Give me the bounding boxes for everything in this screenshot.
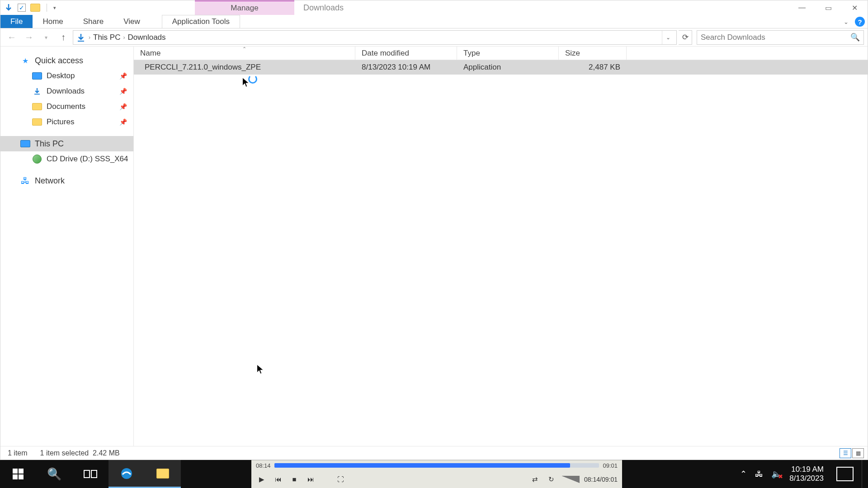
task-view-button[interactable]: [72, 460, 108, 488]
help-icon[interactable]: ?: [855, 17, 865, 27]
nav-label: Network: [35, 176, 65, 186]
nav-desktop[interactable]: Desktop 📌: [0, 68, 133, 84]
stop-button[interactable]: ■: [288, 474, 300, 485]
tray-overflow-icon[interactable]: ⌃: [740, 469, 747, 479]
tray-network-icon[interactable]: 🖧: [755, 469, 763, 479]
close-button[interactable]: ✕: [841, 0, 868, 15]
system-tray: ⌃ 🖧 🔈✖ 10:19 AM 8/13/2023: [740, 460, 868, 488]
nav-label: Pictures: [47, 117, 74, 127]
breadcrumb-sep-icon[interactable]: ›: [123, 34, 125, 41]
seek-progress: [274, 463, 570, 468]
taskbar-clock[interactable]: 10:19 AM 8/13/2023: [789, 465, 824, 483]
clock-time: 10:19 AM: [789, 465, 824, 474]
network-icon: 🖧: [20, 177, 30, 185]
breadcrumb-sep-icon[interactable]: ›: [89, 34, 90, 41]
search-button[interactable]: 🔍: [36, 460, 72, 488]
desktop-icon: [32, 72, 42, 80]
qat-dropdown-icon[interactable]: [4, 3, 13, 13]
ribbon-tabs: File Home Share View Application Tools ⌄…: [0, 15, 868, 28]
column-date[interactable]: Date modified: [355, 47, 457, 60]
tab-application-tools[interactable]: Application Tools: [162, 15, 240, 28]
ribbon-collapse-icon[interactable]: ⌄: [844, 19, 849, 25]
fullscreen-button[interactable]: ⛶: [335, 474, 346, 485]
star-icon: ★: [20, 56, 30, 65]
nav-pictures[interactable]: Pictures 📌: [0, 114, 133, 130]
svg-rect-7: [91, 470, 97, 478]
column-headers: ⌃ Name Date modified Type Size: [134, 47, 868, 60]
nav-quick-access[interactable]: ★ Quick access: [0, 53, 133, 68]
nav-label: Downloads: [47, 87, 85, 96]
view-toggle-group: ☰ ▦: [840, 448, 864, 458]
pin-icon: 📌: [119, 72, 127, 80]
status-selection: 1 item selected 2.42 MB: [40, 449, 120, 457]
start-button[interactable]: [0, 460, 36, 488]
breadcrumb-this-pc[interactable]: This PC: [93, 33, 120, 42]
status-item-count: 1 item: [8, 449, 28, 457]
back-button[interactable]: ←: [4, 31, 19, 44]
navigation-pane: ★ Quick access Desktop 📌 Downloads 📌 Doc…: [0, 47, 134, 446]
details-view-button[interactable]: ☰: [840, 448, 851, 458]
nav-documents[interactable]: Documents 📌: [0, 99, 133, 114]
nav-downloads[interactable]: Downloads 📌: [0, 84, 133, 99]
nav-this-pc[interactable]: This PC: [0, 136, 133, 151]
recent-locations-icon[interactable]: ▾: [38, 31, 54, 44]
taskbar-app-ie[interactable]: [108, 460, 145, 488]
maximize-button[interactable]: ▭: [815, 0, 841, 15]
tab-share[interactable]: Share: [73, 15, 113, 28]
repeat-button[interactable]: ↻: [545, 474, 557, 485]
breadcrumb-downloads[interactable]: Downloads: [127, 33, 165, 42]
seek-bar[interactable]: [274, 463, 599, 468]
properties-icon[interactable]: ✓: [18, 4, 26, 12]
search-icon: 🔍: [850, 33, 860, 42]
window-controls: — ▭ ✕: [789, 0, 868, 15]
file-row[interactable]: PERCCLI_7.211.0_windows_ZPE 8/13/2023 10…: [134, 60, 868, 75]
address-bar[interactable]: › This PC › Downloads ⌄: [73, 30, 677, 45]
documents-icon: [32, 103, 42, 111]
minimize-button[interactable]: —: [789, 0, 815, 15]
window-title: Downloads: [303, 0, 344, 15]
show-desktop-button[interactable]: [862, 460, 865, 488]
pictures-icon: [32, 118, 42, 126]
volume-slider[interactable]: [561, 476, 580, 483]
address-dropdown-icon[interactable]: ⌄: [662, 31, 674, 44]
taskbar-app-explorer[interactable]: [145, 460, 181, 488]
column-label: Date modified: [362, 49, 409, 58]
pin-icon: 📌: [119, 88, 127, 95]
nav-cd-drive[interactable]: CD Drive (D:) SSS_X64: [0, 151, 133, 167]
search-input[interactable]: [701, 33, 850, 42]
search-box[interactable]: 🔍: [697, 30, 864, 45]
disc-icon: [32, 155, 42, 163]
nav-label: Desktop: [47, 71, 75, 80]
tab-view[interactable]: View: [113, 15, 150, 28]
next-button[interactable]: ⏭: [305, 474, 316, 485]
forward-button[interactable]: →: [21, 31, 37, 44]
refresh-button[interactable]: ⟳: [679, 30, 692, 45]
nav-network[interactable]: 🖧 Network: [0, 173, 133, 188]
shuffle-button[interactable]: ⇄: [529, 474, 541, 485]
nav-label: CD Drive (D:) SSS_X64: [47, 155, 128, 164]
media-player-bar: 08:14 09:01 ▶ ⏮ ■ ⏭ ⛶ ⇄ ↻ 08:14/09:01: [251, 460, 622, 488]
svg-rect-0: [78, 41, 84, 42]
context-tab-manage[interactable]: Manage: [195, 0, 294, 15]
column-type[interactable]: Type: [457, 47, 559, 60]
tray-volume-icon[interactable]: 🔈✖: [771, 469, 781, 479]
svg-rect-5: [19, 474, 24, 479]
pin-icon: 📌: [119, 118, 127, 126]
timecode: 08:14/09:01: [584, 476, 618, 483]
icons-view-button[interactable]: ▦: [852, 448, 864, 458]
column-name[interactable]: ⌃ Name: [134, 47, 355, 60]
play-button[interactable]: ▶: [256, 474, 268, 485]
new-folder-icon[interactable]: [30, 4, 40, 12]
action-center-button[interactable]: [836, 467, 854, 481]
file-date: 8/13/2023 10:19 AM: [355, 63, 457, 72]
qat-customize-icon[interactable]: ▾: [53, 5, 56, 11]
file-name: PERCCLI_7.211.0_windows_ZPE: [145, 63, 261, 72]
prev-button[interactable]: ⏮: [272, 474, 284, 485]
elapsed-time: 08:14: [256, 462, 271, 469]
tab-home[interactable]: Home: [33, 15, 73, 28]
total-time: 09:01: [603, 462, 618, 469]
address-row: ← → ▾ ↑ › This PC › Downloads ⌄ ⟳ 🔍: [0, 28, 868, 47]
tab-file[interactable]: File: [0, 15, 33, 28]
column-size[interactable]: Size: [559, 47, 627, 60]
up-button[interactable]: ↑: [56, 31, 71, 44]
